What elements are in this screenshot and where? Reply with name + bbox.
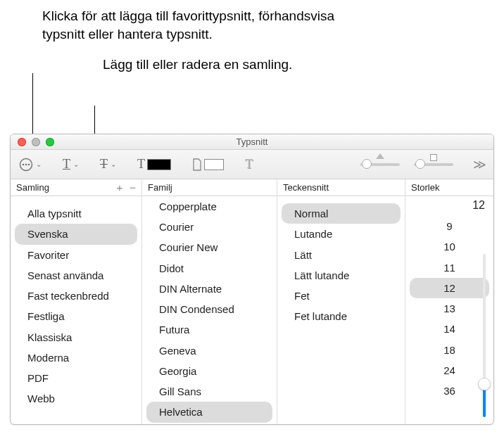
strikethrough-icon: T [100, 157, 108, 172]
list-item[interactable]: Normal [282, 203, 401, 224]
svg-point-1 [23, 163, 25, 165]
column-header-label: Samling [16, 182, 49, 193]
size-slider[interactable] [478, 254, 491, 417]
document-color-button[interactable] [192, 158, 224, 171]
list-item[interactable]: Moderna [15, 347, 137, 368]
callout-add-collection: Lägg till eller radera en samling. [103, 56, 441, 74]
slider-knob[interactable] [415, 159, 425, 169]
list-item[interactable]: Futura [146, 319, 272, 340]
slider-knob[interactable] [478, 378, 491, 390]
column-header-label: Familj [148, 182, 172, 193]
typeface-column: Teckensnitt NormalLutandeLättLätt lutand… [277, 179, 405, 424]
list-item[interactable]: Webb [15, 388, 137, 409]
document-icon [192, 158, 202, 171]
list-item[interactable]: Lutande [282, 224, 401, 244]
add-collection-button[interactable]: + [116, 181, 122, 193]
callout-more-menu: Klicka för att lägga till favorittypsnit… [42, 7, 338, 43]
svg-point-3 [28, 163, 30, 165]
text-icon: T [137, 157, 145, 172]
fonts-window: Typsnitt ⌄ T ⌄ T ⌄ T T [10, 134, 494, 425]
shadow-opacity-slider[interactable] [360, 163, 400, 166]
ellipsis-circle-icon [19, 158, 33, 172]
list-item[interactable]: Helvetica [146, 402, 272, 422]
more-options-button[interactable]: ⌄ [19, 158, 42, 172]
shadow-blur-slider[interactable] [414, 163, 453, 166]
size-input[interactable]: 12 [405, 196, 493, 213]
typeface-list[interactable]: NormalLutandeLättLätt lutandeFetFet luta… [277, 196, 405, 331]
list-item[interactable]: Festliga [15, 306, 137, 326]
underline-button[interactable]: T ⌄ [63, 157, 79, 172]
slider-knob[interactable] [362, 159, 372, 169]
list-item[interactable]: Copperplate [146, 196, 272, 217]
list-item[interactable]: Alla typsnitt [15, 203, 137, 224]
list-item[interactable]: PDF [15, 368, 137, 388]
list-item[interactable]: Fast teckenbredd [15, 286, 137, 306]
list-item[interactable]: Gill Sans [146, 381, 272, 402]
family-header: Familj [142, 179, 277, 196]
underline-icon: T [63, 157, 70, 172]
chevron-down-icon: ⌄ [73, 160, 79, 168]
shadow-text-icon: T [245, 157, 253, 172]
collection-header: Samling + − [11, 179, 141, 196]
list-item[interactable]: 9 [410, 216, 489, 236]
chevron-down-icon: ⌄ [36, 160, 42, 168]
toolbar: ⌄ T ⌄ T ⌄ T T [11, 150, 493, 179]
chevron-right-double-icon: ≫ [473, 158, 486, 172]
column-header-label: Teckensnitt [283, 182, 329, 193]
list-item[interactable]: Fet lutande [282, 306, 401, 326]
typeface-header: Teckensnitt [277, 179, 405, 196]
list-item[interactable]: DIN Condensed [146, 299, 272, 319]
list-item[interactable]: Lätt lutande [282, 265, 401, 286]
list-item[interactable]: Georgia [146, 361, 272, 381]
collection-list[interactable]: Alla typsnittSvenskaFavoriterSenast anvä… [11, 196, 141, 414]
collection-column: Samling + − Alla typsnittSvenskaFavorite… [11, 179, 142, 424]
color-well[interactable] [147, 159, 171, 170]
family-column: Familj CopperplateCourierCourier NewDido… [142, 179, 277, 424]
list-item[interactable]: Favoriter [15, 245, 137, 265]
list-item[interactable]: Lätt [282, 245, 401, 265]
list-item[interactable]: Courier [146, 217, 272, 237]
list-item[interactable]: Courier New [146, 237, 272, 257]
list-item[interactable]: Fet [282, 286, 401, 306]
remove-collection-button[interactable]: − [130, 181, 136, 193]
chevron-down-icon: ⌄ [111, 160, 116, 168]
square-icon [430, 154, 437, 161]
column-header-label: Storlek [411, 182, 439, 193]
text-color-button[interactable]: T [137, 157, 171, 172]
toolbar-overflow-button[interactable]: ≫ [473, 157, 486, 172]
list-item[interactable]: Senast använda [15, 265, 137, 286]
strikethrough-button[interactable]: T ⌄ [100, 157, 116, 172]
slider-track [483, 254, 486, 417]
columns-container: Samling + − Alla typsnittSvenskaFavorite… [11, 179, 493, 424]
window-title: Typsnitt [11, 136, 493, 147]
text-shadow-button[interactable]: T [245, 157, 253, 172]
slider-fill [483, 388, 486, 417]
list-item[interactable]: DIN Alternate [146, 279, 272, 299]
size-column: Storlek 12 91011121314182436 [405, 179, 493, 424]
list-item[interactable]: Klassiska [15, 327, 137, 347]
size-header: Storlek [405, 179, 493, 196]
list-item[interactable]: Didot [146, 258, 272, 279]
color-well[interactable] [204, 159, 224, 170]
svg-point-2 [25, 163, 27, 165]
list-item[interactable]: Svenska [15, 224, 137, 244]
triangle-icon [376, 153, 384, 159]
titlebar: Typsnitt [11, 134, 493, 150]
list-item[interactable]: Geneva [146, 340, 272, 361]
family-list[interactable]: CopperplateCourierCourier NewDidotDIN Al… [142, 196, 277, 424]
